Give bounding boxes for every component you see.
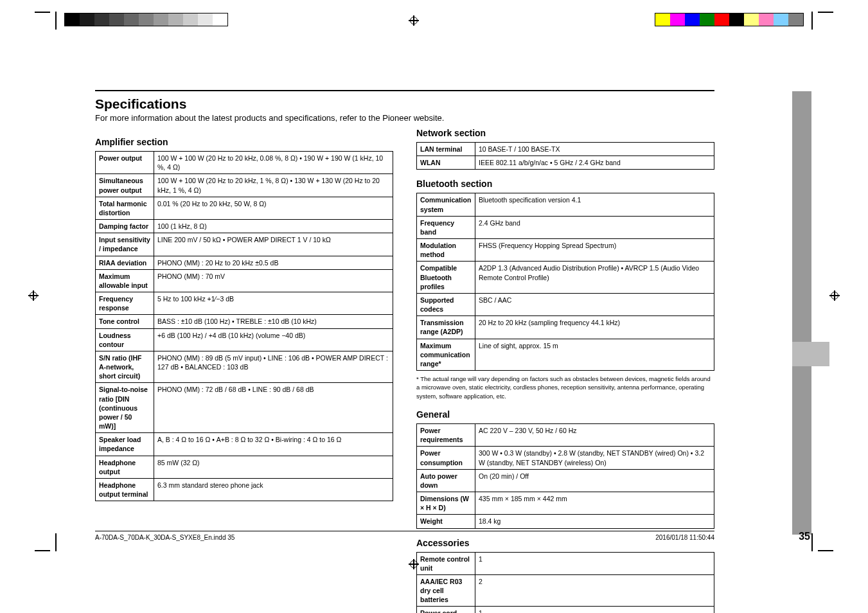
table-row: Modulation methodFHSS (Frequency Hopping…	[417, 239, 714, 262]
spec-key: Maximum allowable input	[96, 269, 154, 292]
spec-value: FHSS (Frequency Hopping Spread Spectrum)	[475, 239, 714, 262]
spec-key: Remote control unit	[417, 552, 475, 574]
spec-value: 1	[475, 552, 714, 574]
table-row: Frequency band2.4 GHz band	[417, 216, 714, 238]
spec-value: LINE 200 mV / 50 kΩ • POWER AMP DIRECT 1…	[154, 233, 393, 256]
spec-key: WLAN	[417, 156, 475, 170]
table-row: Tone controlBASS : ±10 dB (100 Hz) • TRE…	[96, 315, 393, 328]
spec-key: Headphone output	[96, 456, 154, 478]
spec-value: PHONO (MM) : 70 mV	[154, 269, 393, 292]
spec-key: Loudness contour	[96, 328, 154, 351]
table-row: Power cord1	[417, 607, 714, 613]
table-row: Auto power downOn (20 min) / Off	[417, 469, 714, 492]
grayscale-bar	[64, 13, 228, 26]
spec-key: Communication system	[417, 193, 475, 216]
table-row: Loudness contour+6 dB (100 Hz) / +4 dB (…	[96, 328, 393, 351]
table-row: Weight18.4 kg	[417, 515, 714, 528]
table-row: Power requirementsAC 220 V – 230 V, 50 H…	[417, 423, 714, 446]
spec-key: Headphone output terminal	[96, 478, 154, 501]
table-row: Simultaneous power output100 W + 100 W (…	[96, 174, 393, 197]
spec-value: PHONO (MM) : 20 Hz to 20 kHz ±0.5 dB	[154, 256, 393, 269]
registration-icon	[409, 15, 419, 26]
table-row: Headphone output85 mW (32 Ω)	[96, 456, 393, 478]
spec-key: Frequency response	[96, 292, 154, 315]
spec-value: 300 W • 0.3 W (standby) • 2.8 W (standby…	[475, 447, 714, 469]
spec-key: Frequency band	[417, 216, 475, 238]
spec-key: Power consumption	[417, 447, 475, 469]
spec-key: Power output	[96, 152, 154, 174]
spec-key: Tone control	[96, 315, 154, 328]
amp-table: Power output100 W + 100 W (20 Hz to 20 k…	[95, 151, 393, 501]
gen-heading: General	[416, 409, 714, 420]
page-title: Specifications	[95, 96, 714, 112]
spec-value: 18.4 kg	[475, 515, 714, 528]
spec-key: Weight	[417, 515, 475, 528]
spec-value: 10 BASE-T / 100 BASE-TX	[475, 143, 714, 156]
spec-key: Auto power down	[417, 469, 475, 492]
acc-table: Remote control unit1AAA/IEC R03 dry cell…	[416, 552, 714, 613]
table-row: Power output100 W + 100 W (20 Hz to 20 k…	[96, 152, 393, 174]
spec-key: Signal-to-noise ratio [DIN (continuous p…	[96, 383, 154, 433]
spec-key: Power cord	[417, 607, 475, 613]
chapter-tab	[792, 342, 829, 366]
page-number: 35	[799, 531, 810, 542]
registration-icon	[829, 290, 840, 301]
spec-key: Simultaneous power output	[96, 174, 154, 197]
spec-value: SBC / AAC	[475, 293, 714, 315]
table-row: LAN terminal10 BASE-T / 100 BASE-TX	[417, 143, 714, 156]
table-row: Total harmonic distortion0.01 % (20 Hz t…	[96, 197, 393, 219]
spec-value: Bluetooth specification version 4.1	[475, 193, 714, 216]
net-heading: Network section	[416, 128, 714, 138]
table-row: Speaker load impedanceA, B : 4 Ω to 16 Ω…	[96, 433, 393, 456]
spec-value: PHONO (MM) : 72 dB / 68 dB • LINE : 90 d…	[154, 383, 393, 433]
spec-value: 0.01 % (20 Hz to 20 kHz, 50 W, 8 Ω)	[154, 197, 393, 219]
table-row: Frequency response5 Hz to 100 kHz +1⁄−3 …	[96, 292, 393, 315]
spec-value: 2.4 GHz band	[475, 216, 714, 238]
table-row: Power consumption300 W • 0.3 W (standby)…	[417, 447, 714, 469]
table-row: WLANIEEE 802.11 a/b/g/n/ac • 5 GHz / 2.4…	[417, 156, 714, 170]
spec-key: S/N ratio (IHF A-network, short circuit)	[96, 351, 154, 383]
net-table: LAN terminal10 BASE-T / 100 BASE-TXWLANI…	[416, 142, 714, 170]
spec-key: Supported codecs	[417, 293, 475, 315]
footer: A-70DA-S_70DA-K_30DA-S_SYXE8_En.indd 35 …	[95, 531, 714, 541]
spec-value: PHONO (MM) : 89 dB (5 mV input) • LINE :…	[154, 351, 393, 383]
spec-value: 435 mm × 185 mm × 442 mm	[475, 492, 714, 515]
spec-value: 100 W + 100 W (20 Hz to 20 kHz, 1 %, 8 Ω…	[154, 174, 393, 197]
table-row: Remote control unit1	[417, 552, 714, 574]
spec-key: Transmission range (A2DP)	[417, 316, 475, 339]
spec-value: +6 dB (100 Hz) / +4 dB (10 kHz) (volume …	[154, 328, 393, 351]
spec-key: AAA/IEC R03 dry cell batteries	[417, 574, 475, 607]
table-row: Dimensions (W × H × D)435 mm × 185 mm × …	[417, 492, 714, 515]
table-row: AAA/IEC R03 dry cell batteries2	[417, 574, 714, 607]
spec-key: Modulation method	[417, 239, 475, 262]
table-row: Communication systemBluetooth specificat…	[417, 193, 714, 216]
spec-key: Total harmonic distortion	[96, 197, 154, 219]
spec-key: LAN terminal	[417, 143, 475, 156]
spec-value: 20 Hz to 20 kHz (sampling frequency 44.1…	[475, 316, 714, 339]
color-bar	[655, 13, 804, 26]
spec-value: IEEE 802.11 a/b/g/n/ac • 5 GHz / 2.4 GHz…	[475, 156, 714, 170]
page-subtitle: For more information about the latest pr…	[95, 113, 714, 123]
table-row: Signal-to-noise ratio [DIN (continuous p…	[96, 383, 393, 433]
spec-value: 100 (1 kHz, 8 Ω)	[154, 220, 393, 233]
table-row: Maximum communication range*Line of sigh…	[417, 339, 714, 371]
spec-key: Compatible Bluetooth profiles	[417, 262, 475, 294]
bt-note: * The actual range will vary depending o…	[416, 375, 714, 400]
table-row: Headphone output terminal6.3 mm standard…	[96, 478, 393, 501]
spec-value: AC 220 V – 230 V, 50 Hz / 60 Hz	[475, 423, 714, 446]
footer-left: A-70DA-S_70DA-K_30DA-S_SYXE8_En.indd 35	[95, 534, 235, 541]
table-row: Transmission range (A2DP)20 Hz to 20 kHz…	[417, 316, 714, 339]
spec-value: 5 Hz to 100 kHz +1⁄−3 dB	[154, 292, 393, 315]
spec-key: Speaker load impedance	[96, 433, 154, 456]
spec-value: A2DP 1.3 (Advanced Audio Distribution Pr…	[475, 262, 714, 294]
table-row: Damping factor100 (1 kHz, 8 Ω)	[96, 220, 393, 233]
table-row: Compatible Bluetooth profilesA2DP 1.3 (A…	[417, 262, 714, 294]
spec-value: 2	[475, 574, 714, 607]
spec-key: Damping factor	[96, 220, 154, 233]
spec-value: 85 mW (32 Ω)	[154, 456, 393, 478]
footer-right: 2016/01/18 11:50:44	[655, 534, 714, 541]
table-row: Input sensitivity / impedanceLINE 200 mV…	[96, 233, 393, 256]
spec-value: 6.3 mm standard stereo phone jack	[154, 478, 393, 501]
spec-key: Maximum communication range*	[417, 339, 475, 371]
spec-value: Line of sight, approx. 15 m	[475, 339, 714, 371]
